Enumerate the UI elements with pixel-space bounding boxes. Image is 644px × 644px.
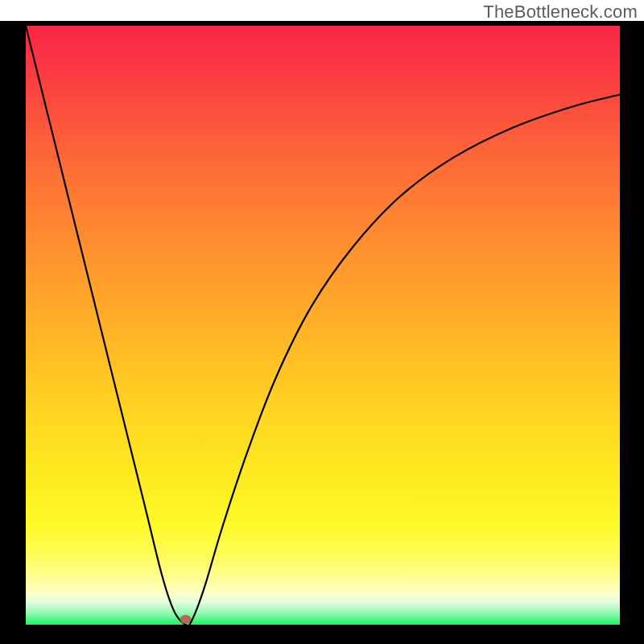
frame-border-left [0,21,26,644]
plot-frame [0,21,644,644]
chart-container: TheBottleneck.com [0,0,644,644]
bottleneck-point-marker [180,615,192,624]
curve-layer [26,26,620,625]
bottleneck-curve [26,26,620,625]
frame-border-bottom [26,625,620,644]
attribution-text: TheBottleneck.com [483,2,638,23]
plot-area [26,26,620,625]
frame-border-right [620,21,644,644]
